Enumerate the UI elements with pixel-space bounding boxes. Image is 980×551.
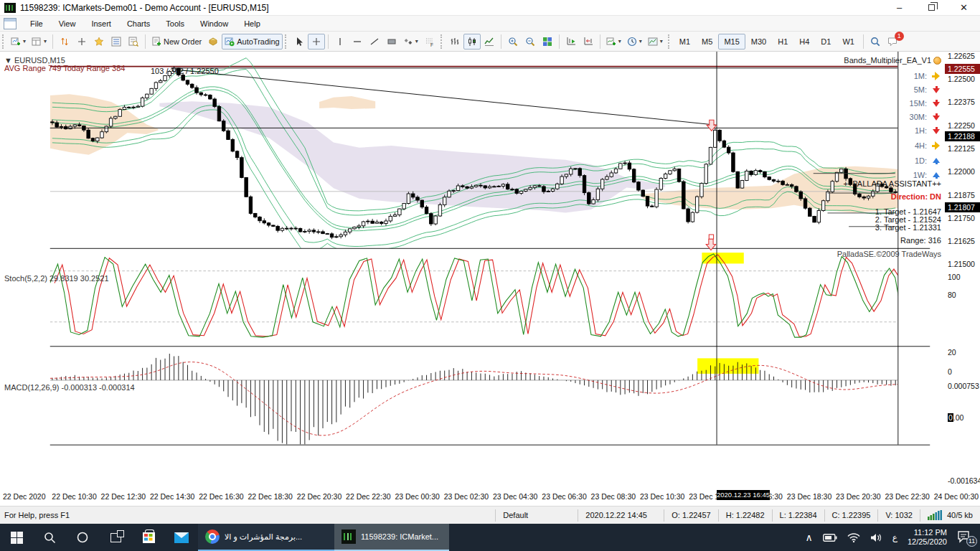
ea-name-text: Bands_Multiplier_EA_V1 [844,56,931,65]
chart-window-icon[interactable] [4,18,17,29]
zoom-out-button[interactable] [522,34,539,50]
close-button[interactable]: ✕ [948,0,980,16]
signal-timeframe-label: 5M: [914,85,927,94]
crosshair-tool-button[interactable] [308,34,325,50]
rectangle-button[interactable] [383,34,400,50]
price-tick-label: 1.22375 [948,98,975,106]
notification-badge: 1 [895,32,904,41]
store-button[interactable] [132,524,165,551]
tray-chevron-icon[interactable]: ∧ [806,532,813,543]
horizontal-line-icon [352,37,362,47]
vertical-line-button[interactable] [331,34,349,50]
timeframe-m5-button[interactable]: M5 [696,34,718,50]
new-order-button[interactable]: New Order [149,34,204,50]
pallada-target-3: 3. Target - 1.21331 [875,223,941,232]
macd-zero-badge: 0 [948,413,953,422]
data-window-button[interactable] [125,34,142,50]
task-view-icon [110,533,121,542]
wifi-icon[interactable] [847,533,860,542]
language-indicator[interactable]: ع [892,532,897,542]
crosshair-mode-icon [77,37,87,47]
line-chart-button[interactable] [481,34,498,50]
macd-panel [50,354,898,448]
cortana-button[interactable] [66,524,99,551]
timeframe-m15-button[interactable]: M15 [718,34,745,50]
signal-row-5m: 5M: [914,85,941,95]
market-watch-button[interactable] [108,34,125,50]
price-badge: 1.21807 [945,202,980,212]
tray-clock[interactable]: 11:12 PM 12/25/2020 [908,528,947,547]
chrome-taskbar-button[interactable]: ...برمجة المؤشرات و الا [198,524,334,551]
menu-window[interactable]: Window [192,16,236,32]
connection-bars-icon [928,510,943,520]
menu-charts[interactable]: Charts [119,16,158,32]
tray-date: 12/25/2020 [908,537,947,547]
menu-file[interactable]: File [22,16,51,32]
signal-arrow-up-icon [931,171,941,180]
candlestick-chart-button[interactable] [463,34,481,50]
menu-insert[interactable]: Insert [83,16,119,32]
new-chart-icon [11,37,21,47]
profiles-button[interactable]: ▾ [29,34,50,50]
stoch-tick-label: 20 [948,348,956,357]
status-bar: For Help, press F1 Default2020.12.22 14:… [0,506,980,524]
signal-arrow-down-icon [931,85,941,95]
macd-tick-label: -0.001634 [948,476,980,485]
cursor-button[interactable] [291,34,308,50]
chart-shift-end-button[interactable] [580,34,597,50]
chart-canvas[interactable] [0,52,980,506]
bar-chart-button[interactable] [446,34,463,50]
menu-view[interactable]: View [51,16,84,32]
timeframe-h4-button[interactable]: H4 [793,34,815,50]
mail-button[interactable] [165,524,198,551]
crosshair-time-badge: 2020.12.23 16:45 [717,490,770,500]
notifications-button[interactable]: 1 [884,34,901,50]
mt4-logo-icon [4,3,16,13]
new-chart-button[interactable]: ▾ [8,34,29,50]
periods-button[interactable]: ▾ [624,34,645,50]
restore-button[interactable] [915,0,948,16]
stoch-label: Stoch(5,2,2) 29.8319 30.2521 [4,274,109,283]
signal-arrow-down-icon [931,99,941,108]
mt4-taskbar-button[interactable]: 11598239: ICMarket... [334,524,449,551]
timeframe-w1-button[interactable]: W1 [837,34,860,50]
zoom-in-button[interactable] [504,34,522,50]
macd-zero-label: 0.00 [948,413,963,422]
price-tick-label: 1.21500 [948,260,975,268]
price-tick-label: 1.22625 [948,52,975,60]
timeframe-m30-button[interactable]: M30 [745,34,772,50]
menu-help[interactable]: Help [236,16,268,32]
trendline-icon [369,37,380,47]
battery-icon[interactable] [823,534,837,542]
task-view-button[interactable] [99,524,132,551]
timeframe-m1-button[interactable]: M1 [674,34,696,50]
timeframe-h1-button[interactable]: H1 [772,34,793,50]
favorites-button[interactable] [90,34,108,50]
chart-shift-updown-button[interactable] [56,34,73,50]
horizontal-line-button[interactable] [349,34,366,50]
vertical-line-icon [335,37,345,47]
auto-scroll-button[interactable] [562,34,580,50]
toolbar-search-button[interactable] [867,34,884,50]
timeframe-d1-button[interactable]: D1 [815,34,837,50]
signal-timeframe-label: 30M: [910,113,927,121]
shapes-button[interactable]: ▾ [400,34,421,50]
fibonacci-button[interactable]: F [421,34,438,50]
price-scale[interactable]: 1.226251.225001.223751.222501.221251.220… [945,52,980,489]
taskbar-search-button[interactable] [33,524,66,551]
expert-advisors-icon [208,37,218,47]
start-button[interactable] [0,524,33,551]
time-axis[interactable]: 22 Dec 202022 Dec 10:3022 Dec 12:3022 De… [0,489,980,506]
crosshair-mode-button[interactable] [73,34,90,50]
chevron-down-icon: ▾ [44,38,47,44]
tile-windows-button[interactable] [539,34,556,50]
templates-button[interactable]: ▾ [645,34,666,50]
minimize-button[interactable]: – [883,0,915,16]
autotrading-button[interactable]: AutoTrading [222,34,283,50]
trendline-button[interactable] [366,34,383,50]
speaker-icon[interactable] [870,533,882,542]
expert-advisors-button[interactable] [204,34,222,50]
indicators-button[interactable]: ▾ [603,34,624,50]
menu-tools[interactable]: Tools [158,16,192,32]
notification-center-button[interactable]: 11 [957,530,973,545]
